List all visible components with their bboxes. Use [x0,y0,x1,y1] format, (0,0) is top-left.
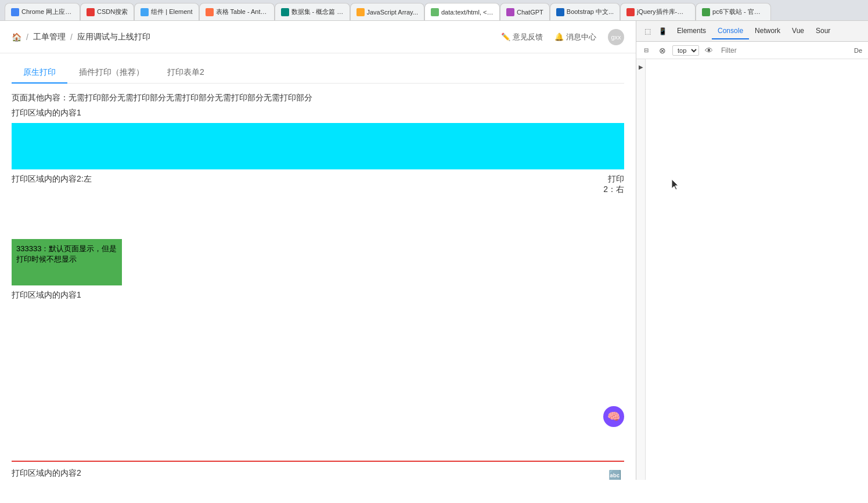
brain-icon: 🧠 [607,410,620,423]
tab-dataset[interactable]: 数据集 - 概念篇 - H... [275,3,350,20]
tab-label-element: 组件 | Element [151,8,192,16]
favicon-dataset [281,8,289,16]
devtools-tab-console[interactable]: Console [712,23,749,39]
feedback-button[interactable]: ✏️ 意见反馈 [501,32,543,42]
favicon-datatext [431,8,439,16]
device-icon: 📱 [658,27,667,35]
spacer-1 [12,200,624,234]
devtools-filter-input[interactable] [719,45,848,56]
print-area2-right-line1: 打印 [603,174,624,184]
tab-label-chatgpt: ChatGPT [517,9,543,16]
tab-label-chrome: Chrome 网上应用店 [21,8,74,16]
tab-label-pc6: pc6下载站 - 官方... [712,8,765,16]
devtools-console-toolbar: ⊟ ⊗ top 👁 De [636,42,868,59]
devtools-live-expression-button[interactable]: 👁 [703,44,715,57]
devtools-icon-group: ⬚ 📱 [639,25,671,38]
header-actions: ✏️ 意见反馈 🔔 消息中心 gxx [501,29,624,45]
edit-icon: ✏️ [501,32,510,41]
user-initials: gxx [611,34,621,41]
tab-label-antd: 表格 Table - Ant D... [216,8,268,16]
user-avatar[interactable]: gxx [608,29,624,45]
tab-antd[interactable]: 表格 Table - Ant D... [199,3,275,20]
tab-chatgpt[interactable]: ChatGPT [500,3,550,20]
favicon-element [141,8,149,16]
favicon-jquery [626,8,635,16]
inspect-icon: ⬚ [644,27,651,35]
cyan-print-box [12,123,624,169]
breadcrumb-separator-2: / [70,32,73,42]
browser-tabs-bar: Chrome 网上应用店 CSDN搜索 组件 | Element 表格 Tabl… [0,0,868,21]
devtools-device-button[interactable]: 📱 [656,25,669,38]
tab-csdn[interactable]: CSDN搜索 [80,3,134,20]
devtools-clear-button[interactable]: ⊗ [656,44,669,57]
brain-float-button[interactable]: 🧠 [603,406,624,427]
favicon-csdn [87,8,95,16]
favicon-jsarray [356,8,365,16]
no-print-text: 页面其他内容：无需打印部分无需打印部分无需打印部分无需打印部分无需打印部分 [12,93,624,103]
favicon-chrome [11,8,19,16]
tab-label-datatext: data:text/html, <ht... [441,9,494,16]
spacer-2 [12,305,624,456]
page-body: 原生打印 插件打印（推荐） 打印表单2 页面其他内容：无需打印部分无需打印部分无… [0,53,636,480]
app-header: 🏠 / 工单管理 / 应用调试与上线打印 ✏️ 意见反馈 🔔 消息中心 [0,21,636,53]
tab-jquery[interactable]: jQuery插件库-收集... [620,3,696,20]
print-area2-left: 打印区域内的内容2:左 [12,174,92,195]
tab-label-csdn: CSDN搜索 [97,8,128,16]
devtools-panel: ⬚ 📱 Elements Console Network Vue Sour ⊟ … [636,21,868,480]
tab-label-jsarray: JavaScript Array... [367,9,418,16]
devtools-tab-elements[interactable]: Elements [671,23,712,39]
favicon-pc6 [702,8,710,16]
tab-label-jquery: jQuery插件库-收集... [637,8,689,16]
tab-plugin-print[interactable]: 插件打印（推荐） [67,63,156,84]
devtools-tab-vue[interactable]: Vue [786,23,810,39]
breadcrumb: 🏠 / 工单管理 / 应用调试与上线打印 [12,32,150,42]
breadcrumb-print-debug: 应用调试与上线打印 [77,32,150,42]
devtools-content-area [646,59,868,480]
home-icon[interactable]: 🏠 [12,32,21,42]
devtools-body: ▶ [636,59,868,480]
feedback-label: 意见反馈 [513,32,543,42]
favicon-antd [206,8,214,16]
devtools-left-sidebar: ▶ [636,59,646,480]
chevron-right-icon[interactable]: ▶ [638,61,644,73]
bell-icon: 🔔 [554,32,564,41]
devtools-tab-sources[interactable]: Sour [810,23,836,39]
print-area2-right: 打印 2：右 [603,174,624,195]
translate-icon: 🔤 [608,469,621,480]
favicon-chatgpt [506,8,514,16]
breadcrumb-separator-1: / [26,32,28,42]
page-tabs: 原生打印 插件打印（推荐） 打印表单2 [12,63,624,84]
tab-pc6[interactable]: pc6下载站 - 官方... [696,3,771,20]
tab-native-print[interactable]: 原生打印 [12,63,67,84]
print-area2-row: 打印区域内的内容2:左 打印 2：右 [12,174,624,195]
print-area2-bottom: 打印区域内的内容2 [12,468,81,479]
devtools-sidebar-toggle[interactable]: ⊟ [640,44,653,57]
tab-js-array[interactable]: JavaScript Array... [350,3,424,20]
print-area2-right-line2: 2：右 [603,184,624,195]
favicon-bootstrap [556,8,564,16]
tab-datatext[interactable]: data:text/html, <ht... [424,3,500,20]
tab-label-dataset: 数据集 - 概念篇 - H... [291,8,344,16]
message-button[interactable]: 🔔 消息中心 [554,32,596,42]
tab-element[interactable]: 组件 | Element [134,3,199,20]
devtools-context-select[interactable]: top [672,45,699,56]
tab-chrome-store[interactable]: Chrome 网上应用店 [5,3,80,20]
translate-float-button[interactable]: 🔤 [606,466,624,480]
page-area: 🏠 / 工单管理 / 应用调试与上线打印 ✏️ 意见反馈 🔔 消息中心 [0,21,636,480]
tab-print-form2[interactable]: 打印表单2 [156,63,216,84]
print-area1-label: 打印区域内的内容1 [12,108,624,118]
devtools-tabs-bar: ⬚ 📱 Elements Console Network Vue Sour [636,21,868,42]
devtools-de-label: De [852,47,865,54]
message-label: 消息中心 [566,32,596,42]
tab-bootstrap[interactable]: Bootstrap 中文... [550,3,620,20]
tab-label-bootstrap: Bootstrap 中文... [567,8,614,16]
green-no-print-box: 333333：默认页面显示，但是打印时候不想显示 [12,239,122,285]
devtools-inspect-button[interactable]: ⬚ [641,25,654,38]
devtools-tab-network[interactable]: Network [749,23,786,39]
breadcrumb-work-order[interactable]: 工单管理 [33,32,66,42]
green-box-text: 333333：默认页面显示，但是打印时候不想显示 [16,244,117,263]
print-area1-below: 打印区域内的内容1 [12,290,624,301]
print-divider-line [12,461,624,462]
